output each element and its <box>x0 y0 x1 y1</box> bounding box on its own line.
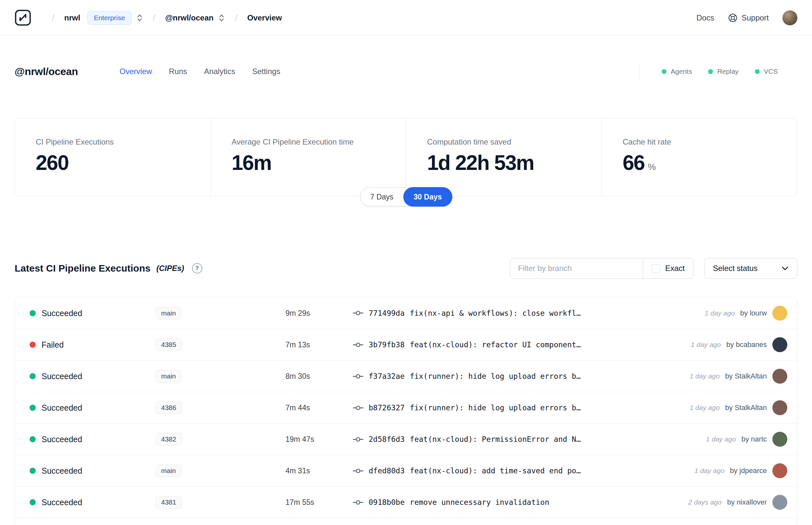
integration-label: Replay <box>717 68 738 75</box>
support-link[interactable]: Support <box>728 13 769 23</box>
exact-filter: Exact <box>643 258 693 279</box>
docs-link[interactable]: Docs <box>696 13 714 22</box>
status-label: Succeeded <box>42 372 82 381</box>
breadcrumb-separator: / <box>153 13 156 23</box>
cipe-rows: Succeeded main 9m 29s 771499da fix(nx-ap… <box>15 297 797 518</box>
cipe-row[interactable]: Succeeded 4386 7m 44s b8726327 fix(runne… <box>15 392 797 423</box>
cipe-row[interactable]: Succeeded 4382 19m 47s 2d58f6d3 feat(nx-… <box>15 423 797 455</box>
duration-label: 17m 55s <box>286 498 314 507</box>
breadcrumb-page: Overview <box>247 13 282 22</box>
commit-meta: 1 day ago by bcabanes <box>691 337 787 352</box>
git-commit-icon <box>353 342 364 348</box>
integration-status-group: Agents Replay VCS <box>639 64 797 79</box>
duration-label: 7m 13s <box>286 341 310 349</box>
status-label: Succeeded <box>42 466 82 476</box>
commit-hash: 3b79fb38 <box>369 341 405 349</box>
commit-message: remove unnecessary invalidation <box>410 498 549 507</box>
duration-label: 8m 30s <box>286 372 310 381</box>
integration-agents[interactable]: Agents <box>662 68 692 75</box>
row-avatar <box>772 463 787 478</box>
tab-runs[interactable]: Runs <box>169 67 187 76</box>
range-30-days-button[interactable]: 30 Days <box>403 187 452 207</box>
breadcrumb: / nrwl Enterprise / @nrwl/ocean / Overvi… <box>15 10 282 26</box>
commit-message: fix(nx-api & workflows): close workfl… <box>410 309 581 317</box>
cipe-row[interactable]: Succeeded main 8m 30s f37a32ae fix(runne… <box>15 360 797 392</box>
cipe-row-partial <box>15 518 797 525</box>
range-7-days-button[interactable]: 7 Days <box>361 188 403 206</box>
nx-cloud-logo-icon[interactable] <box>15 10 31 26</box>
status-label: Succeeded <box>42 403 82 412</box>
duration-label: 7m 44s <box>286 404 310 412</box>
org-switcher-button[interactable] <box>136 13 143 23</box>
cipes-title-suffix: (CIPEs) <box>156 264 184 273</box>
commit-time: 1 day ago <box>690 404 719 411</box>
stat-label: Average CI Pipeline Execution time <box>232 137 393 147</box>
workspace-switcher-button[interactable] <box>218 13 225 23</box>
integration-vcs[interactable]: VCS <box>755 68 778 75</box>
branch-filter-group: Exact <box>510 258 693 279</box>
commit-author: by nixallover <box>727 498 767 507</box>
divider <box>639 64 640 79</box>
commit-hash: b8726327 <box>369 404 405 412</box>
commit-cell: 3b79fb38 feat(nx-cloud): refactor UI com… <box>353 341 581 349</box>
git-commit-icon <box>353 467 364 474</box>
branch-badge: main <box>156 465 182 477</box>
cipe-row[interactable]: Failed 4385 7m 13s 3b79fb38 feat(nx-clou… <box>15 329 797 360</box>
org-name[interactable]: nrwl <box>64 13 80 22</box>
branch-filter-input[interactable] <box>510 258 643 279</box>
workspace-name[interactable]: @nrwl/ocean <box>165 13 214 22</box>
commit-message: feat(nx-cloud): add time-saved end po… <box>410 466 581 475</box>
tab-overview[interactable]: Overview <box>120 67 152 76</box>
cipe-row[interactable]: Succeeded main 4m 31s dfed80d3 feat(nx-c… <box>15 455 797 486</box>
tab-settings[interactable]: Settings <box>252 67 280 76</box>
help-icon[interactable]: ? <box>192 263 202 273</box>
cipes-header: Latest CI Pipeline Executions (CIPEs) ? … <box>15 258 797 279</box>
commit-meta: 1 day ago by StalkAltan <box>690 369 787 384</box>
status-label: Succeeded <box>42 435 82 444</box>
status-dot-icon <box>30 436 36 442</box>
status-label: Succeeded <box>42 498 82 507</box>
exact-checkbox[interactable] <box>652 264 660 273</box>
branch-badge: 4386 <box>156 402 182 414</box>
commit-time: 1 day ago <box>706 435 736 443</box>
commit-hash: 771499da <box>369 309 405 317</box>
stat-value: 66% <box>623 151 784 179</box>
status-dot-icon <box>30 373 36 379</box>
duration-label: 19m 47s <box>286 435 314 444</box>
commit-time: 1 day ago <box>690 372 719 380</box>
row-avatar <box>772 306 787 321</box>
chevron-updown-icon <box>136 13 143 23</box>
page: / nrwl Enterprise / @nrwl/ocean / Overvi… <box>0 0 812 525</box>
status-select-button[interactable]: Select status <box>704 258 797 279</box>
row-avatar <box>772 400 787 415</box>
stat-label: CI Pipeline Executions <box>36 137 198 147</box>
git-commit-icon <box>353 373 364 380</box>
git-commit-icon <box>353 499 364 506</box>
status-dot-icon <box>30 468 36 474</box>
workspace-header: @nrwl/ocean Overview Runs Analytics Sett… <box>0 64 812 79</box>
branch-badge: main <box>156 370 182 382</box>
row-avatar <box>772 432 787 447</box>
enterprise-badge: Enterprise <box>87 11 132 25</box>
cipe-row[interactable]: Succeeded main 9m 29s 771499da fix(nx-ap… <box>15 297 797 329</box>
commit-meta: 1 day ago by StalkAltan <box>690 400 787 415</box>
commit-hash: 2d58f6d3 <box>369 435 405 444</box>
status-dot-icon <box>755 69 760 74</box>
tab-analytics[interactable]: Analytics <box>204 67 235 76</box>
stat-card-time-saved: Computation time saved 1d 22h 53m <box>406 119 601 196</box>
cipe-row[interactable]: Succeeded 4381 17m 55s 0918b0be remove u… <box>15 486 797 518</box>
status-dot-icon <box>30 499 36 506</box>
user-avatar[interactable] <box>782 10 797 25</box>
row-avatar <box>772 337 787 352</box>
commit-message: feat(nx-cloud): PermissionError and N… <box>410 435 581 444</box>
git-commit-icon <box>353 404 364 411</box>
commit-author: by jdpearce <box>730 466 767 475</box>
status-dot-icon <box>30 342 36 348</box>
stat-number: 66 <box>623 151 644 175</box>
stats-cards: CI Pipeline Executions 260 Average CI Pi… <box>15 118 797 196</box>
status-label: Succeeded <box>42 308 82 318</box>
integration-replay[interactable]: Replay <box>708 68 738 75</box>
git-commit-icon <box>353 310 364 316</box>
commit-author: by bcabanes <box>726 341 767 349</box>
commit-cell: b8726327 fix(runner): hide log upload er… <box>353 404 581 412</box>
